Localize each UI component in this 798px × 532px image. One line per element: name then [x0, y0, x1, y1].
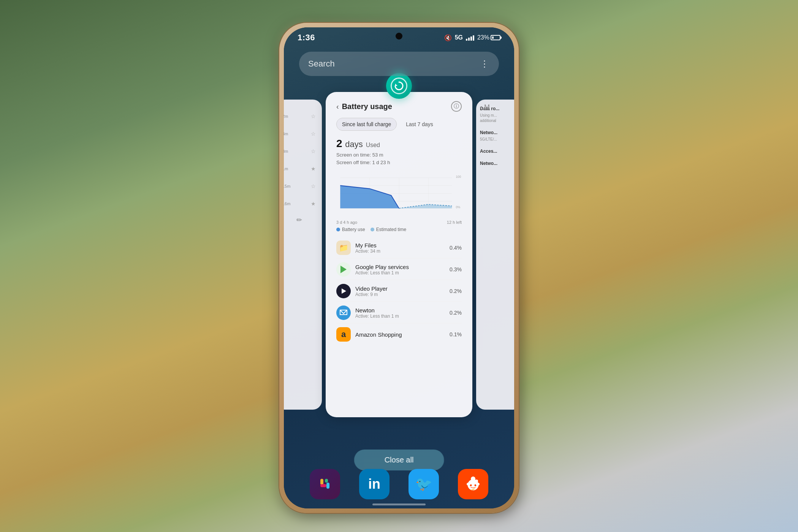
bottom-dock: in 🐦 — [300, 469, 498, 499]
search-menu-icon[interactable]: ⋮ — [480, 59, 490, 69]
app-row-my-files[interactable]: 📁 My Files Active: 34 m 0.4% — [336, 238, 462, 258]
my-files-name: My Files — [355, 242, 445, 249]
days-used: 2 days Used — [336, 138, 462, 150]
star-icon-1: ☆ — [311, 113, 316, 119]
time-label-4: 1m — [284, 166, 288, 171]
status-right: 🔇 5G 23% — [444, 34, 500, 41]
legend-estimated: Estimated time — [370, 227, 406, 232]
right-card-back-btn[interactable]: ‹ M — [480, 103, 490, 111]
tab-last-7-days[interactable]: Last 7 days — [401, 118, 439, 131]
signal-bar-3 — [470, 36, 472, 41]
card-header: ‹ Battery usage ⓘ — [336, 101, 462, 112]
left-row-6: 16m ★ — [284, 198, 319, 209]
newton-name: Newton — [355, 307, 445, 314]
time-label-2: 4m — [284, 131, 288, 136]
dock-app-reddit[interactable] — [458, 469, 488, 499]
my-files-info: My Files Active: 34 m — [355, 242, 445, 254]
dock-app-twitter[interactable]: 🐦 — [408, 469, 439, 499]
app-row-amazon[interactable]: a Amazon Shopping 0.1% — [336, 324, 462, 345]
legend-battery-use: Battery use — [336, 227, 365, 232]
recent-apps-area: 2m ☆ 4m ☆ 8m ☆ — [284, 84, 514, 440]
phone-screen: 1:36 🔇 5G 23% — [284, 27, 514, 508]
svg-marker-0 — [395, 84, 397, 86]
left-row-2: 4m ☆ — [284, 128, 319, 139]
chart-legend: Battery use Estimated time — [336, 227, 462, 232]
svg-point-27 — [467, 483, 470, 486]
amazon-info: Amazon Shopping — [355, 331, 445, 338]
battery-icon — [491, 35, 500, 40]
back-arrow-icon[interactable]: ‹ — [336, 102, 339, 111]
star-icon-5: ☆ — [311, 183, 316, 189]
refresh-icon — [394, 81, 404, 91]
mute-icon: 🔇 — [444, 34, 452, 41]
amazon-name: Amazon Shopping — [355, 331, 445, 338]
left-row-4: 1m ★ — [284, 163, 319, 174]
dock-app-slack[interactable] — [310, 469, 340, 499]
svg-text:100: 100 — [456, 175, 461, 179]
svg-point-26 — [476, 483, 480, 486]
signal-bar-1 — [466, 39, 467, 41]
google-play-name: Google Play services — [355, 264, 445, 270]
dock-app-linkedin[interactable]: in — [359, 469, 390, 499]
twitter-bird-icon: 🐦 — [415, 476, 432, 492]
left-card-rows: 2m ☆ 4m ☆ 8m ☆ — [284, 107, 319, 224]
newton-info: Newton Active: Less than 1 m — [355, 307, 445, 319]
svg-rect-16 — [320, 479, 323, 485]
newton-active: Active: Less than 1 m — [355, 314, 445, 319]
left-app-card[interactable]: 2m ☆ 4m ☆ 8m ☆ — [284, 100, 322, 410]
screen-off-text: Screen off time: 1 d 23 h — [336, 159, 462, 166]
legend-dot-estimated — [370, 228, 374, 231]
legend-dot-battery — [336, 228, 340, 231]
time-label-3: 8m — [284, 149, 288, 154]
my-files-pct: 0.4% — [450, 245, 462, 251]
my-files-icon: 📁 — [336, 241, 351, 255]
svg-text:0%: 0% — [456, 206, 461, 209]
phone-inner: 1:36 🔇 5G 23% — [284, 27, 514, 508]
search-bar[interactable]: Search ⋮ — [299, 52, 499, 76]
edit-icon-row: ✏ — [284, 216, 319, 224]
app-row-newton[interactable]: Newton Active: Less than 1 m 0.2% — [336, 302, 462, 323]
device-care-icon[interactable] — [386, 73, 412, 99]
edit-icon[interactable]: ✏ — [296, 216, 302, 224]
app-row-video-player[interactable]: Video Player Active: 9 m 0.2% — [336, 281, 462, 302]
battery-usage-card[interactable]: ‹ Battery usage ⓘ Since last full charge… — [326, 92, 472, 417]
right-row-3: Acces... — [480, 148, 514, 155]
star-icon-4: ★ — [311, 166, 316, 172]
device-icon-inner — [391, 78, 407, 94]
battery-fill — [492, 36, 494, 39]
tab-row: Since last full charge Last 7 days — [336, 118, 462, 131]
google-play-info: Google Play services Active: Less than 1… — [355, 264, 445, 276]
home-indicator — [372, 504, 426, 505]
tab-since-last-charge[interactable]: Since last full charge — [336, 118, 397, 131]
app-row-google-play[interactable]: Google Play services Active: Less than 1… — [336, 259, 462, 280]
video-player-pct: 0.2% — [450, 288, 462, 294]
google-play-pct: 0.3% — [450, 266, 462, 272]
left-row-5: 15m ☆ — [284, 181, 319, 192]
info-icon[interactable]: ⓘ — [451, 101, 462, 112]
google-play-icon — [336, 262, 351, 277]
chart-svg: 100 0% — [336, 171, 462, 216]
legend-label-estimated: Estimated time — [376, 227, 406, 232]
days-unit: days — [345, 139, 363, 149]
time-label-6: 16m — [284, 201, 290, 206]
battery-pct-label: 23% — [477, 34, 489, 41]
close-all-button[interactable]: Close all — [354, 450, 444, 470]
network-label: 5G — [455, 34, 463, 41]
battery-status: 23% — [477, 34, 500, 41]
my-files-active: Active: 34 m — [355, 249, 445, 254]
card-back[interactable]: ‹ Battery usage — [336, 102, 392, 111]
video-player-info: Video Player Active: 9 m — [355, 285, 445, 297]
amazon-icon: a — [336, 327, 351, 342]
right-app-card[interactable]: Data ro... Using m...additional Netwo...… — [476, 100, 514, 410]
newton-pct: 0.2% — [450, 310, 462, 316]
screen-on-text: Screen on time: 53 m — [336, 151, 462, 159]
newton-icon — [336, 306, 351, 320]
chart-left-label: 3 d 4 h ago — [336, 220, 357, 225]
star-icon-2: ☆ — [311, 131, 316, 137]
svg-marker-13 — [340, 266, 347, 273]
right-row-4: Netwo... — [480, 160, 514, 167]
left-row-1: 2m ☆ — [284, 111, 319, 122]
svg-rect-17 — [325, 479, 328, 483]
svg-marker-14 — [342, 288, 346, 294]
app-list: 📁 My Files Active: 34 m 0.4% — [336, 238, 462, 345]
